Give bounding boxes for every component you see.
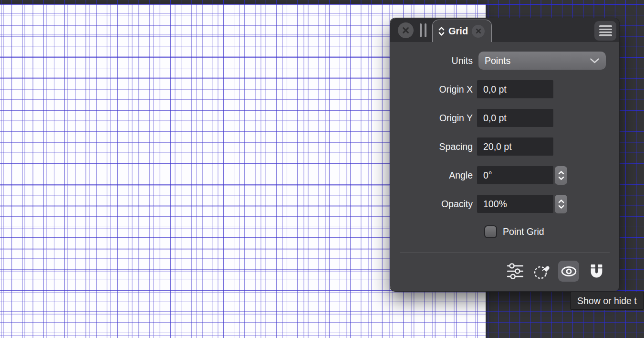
chevron-down-icon <box>590 58 600 63</box>
angle-field[interactable]: 0° <box>477 166 553 184</box>
units-value: Points <box>485 55 510 66</box>
angle-row: Angle 0° <box>390 166 619 184</box>
spacing-field[interactable]: 20,0 pt <box>477 137 553 156</box>
grid-panel: Grid Units Points <box>390 18 619 291</box>
stepper-chevrons-icon <box>558 198 565 210</box>
origin-y-label: Origin Y <box>390 109 473 127</box>
snap-to-grid-button[interactable] <box>586 261 607 282</box>
tooltip-text: Show or hide t <box>577 296 637 306</box>
panel-close-button[interactable] <box>398 22 414 38</box>
origin-y-field[interactable]: 0,0 pt <box>477 109 553 127</box>
close-icon <box>402 26 410 34</box>
origin-y-row: Origin Y 0,0 pt <box>390 109 619 127</box>
panel-body: Units Points Origin X 0,0 pt Origin Y 0,… <box>390 42 619 291</box>
stepper-chevrons-icon <box>558 169 565 181</box>
origin-x-field[interactable]: 0,0 pt <box>477 80 553 98</box>
draw-assist-pen-icon <box>533 262 551 280</box>
panel-divider <box>400 253 610 253</box>
spacing-label: Spacing <box>390 137 473 156</box>
point-grid-checkbox[interactable] <box>484 225 497 238</box>
point-grid-label: Point Grid <box>503 225 544 238</box>
drag-handle-icon[interactable] <box>420 23 427 37</box>
show-hide-grid-button[interactable] <box>558 261 579 282</box>
opacity-row: Opacity 100% <box>390 195 619 213</box>
units-label: Units <box>390 52 473 70</box>
tab-title: Grid <box>448 26 468 37</box>
point-grid-row: Point Grid <box>390 225 619 238</box>
origin-x-label: Origin X <box>390 80 473 98</box>
tab-close-icon <box>475 28 482 34</box>
eye-icon <box>560 265 578 278</box>
angle-stepper[interactable] <box>555 166 567 185</box>
popup-chevrons-icon <box>438 26 445 37</box>
opacity-stepper[interactable] <box>555 195 567 213</box>
grid-settings-button[interactable] <box>505 261 526 282</box>
magnet-icon <box>588 264 605 279</box>
tab-close-button[interactable] <box>472 25 485 38</box>
tab-grid[interactable]: Grid <box>432 20 492 42</box>
spacing-row: Spacing 20,0 pt <box>390 137 619 156</box>
tooltip: Show or hide t <box>570 292 644 310</box>
draw-assist-button[interactable] <box>531 261 552 282</box>
panel-menu-button[interactable] <box>594 21 616 41</box>
angle-label: Angle <box>390 166 473 184</box>
panel-titlebar[interactable]: Grid <box>390 18 619 42</box>
units-row: Units Points <box>390 52 619 70</box>
adjust-sliders-icon <box>507 263 524 280</box>
opacity-label: Opacity <box>390 195 473 213</box>
origin-x-row: Origin X 0,0 pt <box>390 80 619 98</box>
app-viewport: Grid Units Points <box>0 0 644 338</box>
opacity-field[interactable]: 100% <box>477 195 553 213</box>
units-dropdown[interactable]: Points <box>478 52 606 70</box>
